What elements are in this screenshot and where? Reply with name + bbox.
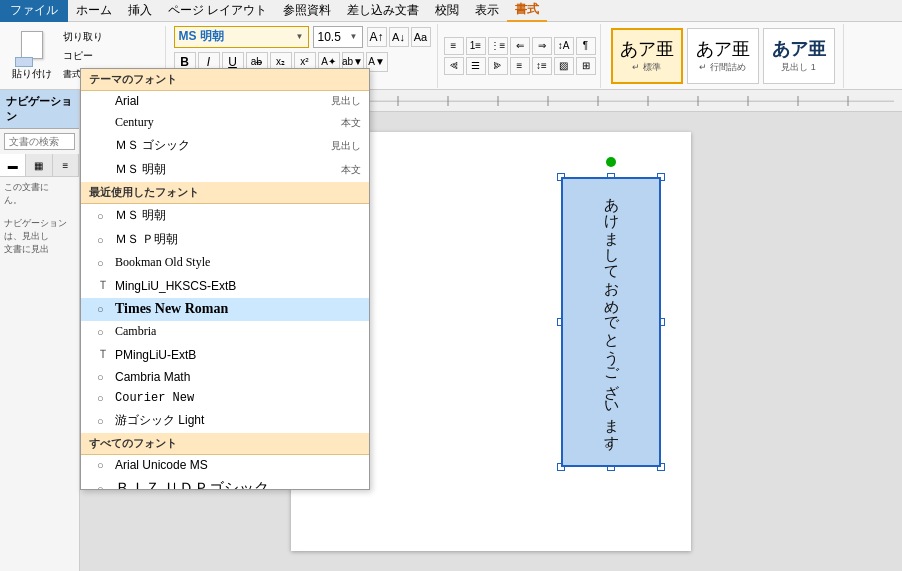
mailings-menu[interactable]: 差し込み文書 — [339, 0, 427, 22]
font-type-icon: ○ — [97, 392, 111, 404]
nav-tab-2[interactable]: ▦ — [26, 154, 52, 176]
nav-search — [0, 129, 79, 154]
decrease-font-button[interactable]: A↓ — [389, 27, 409, 47]
font-item-ms-gothic[interactable]: ＭＳ ゴシック 見出し — [81, 134, 369, 158]
font-item-mingliu[interactable]: Ｔ MingLiU_HKSCS-ExtB — [81, 274, 369, 298]
font-type-icon: ○ — [97, 459, 111, 471]
numbered-list-button[interactable]: 1≡ — [466, 37, 486, 55]
font-name-label: ＭＳ ゴシック — [115, 137, 190, 154]
font-size-selector[interactable]: 10.5 ▼ — [313, 26, 363, 48]
all-fonts-header: すべてのフォント — [81, 433, 369, 455]
copy-button[interactable]: コピー — [58, 47, 161, 65]
font-preview-label: 見出し — [331, 139, 361, 153]
font-item-ms-mincho-recent[interactable]: ○ ＭＳ 明朝 — [81, 204, 369, 228]
font-name-label: PMingLiU-ExtB — [115, 348, 196, 362]
font-item-cambria-math[interactable]: ○ Cambria Math — [81, 367, 369, 388]
font-type-icon: ○ — [97, 326, 111, 338]
nav-body: この文書にん。ナビゲーションは、見出し文書に見出 — [0, 177, 79, 260]
font-preview-label: 本文 — [341, 116, 361, 130]
font-size-controls: A↑ A↓ Aa — [367, 27, 431, 47]
style-standard-label: ↵ 標準 — [632, 61, 661, 74]
shading-button[interactable]: ▨ — [554, 57, 574, 75]
align-center-button[interactable]: ☰ — [466, 57, 486, 75]
references-menu[interactable]: 参照資料 — [275, 0, 339, 22]
cut-button[interactable]: 切り取り — [58, 28, 161, 46]
align-left-button[interactable]: ⫷ — [444, 57, 464, 75]
font-item-bookman[interactable]: ○ Bookman Old Style — [81, 252, 369, 274]
menubar: ファイル ホーム 挿入 ページ レイアウト 参照資料 差し込み文書 校閲 表示 … — [0, 0, 902, 22]
line-spacing-button[interactable]: ↕≡ — [532, 57, 552, 75]
style-heading1-text: あア亜 — [772, 37, 826, 61]
style-tight-label: ↵ 行間詰め — [699, 61, 746, 74]
format-menu[interactable]: 書式 — [507, 0, 547, 22]
styles-group: あア亜 ↵ 標準 あア亜 ↵ 行間詰め あア亜 見出し 1 — [603, 24, 844, 88]
style-standard[interactable]: あア亜 ↵ 標準 — [611, 28, 683, 84]
theme-fonts-header: テーマのフォント — [81, 69, 369, 91]
font-type-icon: ○ — [97, 257, 111, 269]
increase-font-button[interactable]: A↑ — [367, 27, 387, 47]
font-type-icon: Ｔ — [97, 277, 111, 294]
font-name-label: Century — [115, 115, 154, 130]
font-name-label: Cambria Math — [115, 370, 190, 384]
font-item-yu-gothic-light[interactable]: ○ 游ゴシック Light — [81, 409, 369, 433]
paste-button[interactable]: 貼り付け — [8, 30, 56, 82]
font-dd-scroll[interactable]: テーマのフォント Arial 見出し Century 本文 ＭＳ ゴ — [81, 69, 369, 489]
font-preview-label: 見出し — [331, 94, 361, 108]
nav-pane: ナビゲーション ▬ ▦ ≡ この文書にん。ナビゲーションは、見出し文書に見出 — [0, 90, 80, 571]
show-formatting-button[interactable]: ¶ — [576, 37, 596, 55]
font-name-label: ＭＳ Ｐ明朝 — [115, 231, 178, 248]
style-tight[interactable]: あア亜 ↵ 行間詰め — [687, 28, 759, 84]
font-name-label: ＭＳ 明朝 — [115, 207, 166, 224]
font-item-ms-pmincho[interactable]: ○ ＭＳ Ｐ明朝 — [81, 228, 369, 252]
font-name-label: Arial — [115, 94, 139, 108]
sort-button[interactable]: ↕A — [554, 37, 574, 55]
font-item-pmingliu[interactable]: Ｔ PMingLiU-ExtB — [81, 343, 369, 367]
font-name-label: Cambria — [115, 324, 156, 339]
nav-tab-3[interactable]: ≡ — [53, 154, 79, 176]
text-box[interactable]: あけましておめでとうございます。 — [561, 177, 661, 467]
increase-indent-button[interactable]: ⇒ — [532, 37, 552, 55]
text-box-content: あけましておめでとうございます。 — [602, 187, 621, 457]
nav-tabs: ▬ ▦ ≡ — [0, 154, 79, 177]
clear-format-button[interactable]: Aa — [411, 27, 431, 47]
font-dropdown-arrow: ▼ — [296, 32, 304, 41]
font-item-ms-mincho[interactable]: ＭＳ 明朝 本文 — [81, 158, 369, 182]
decrease-indent-button[interactable]: ⇐ — [510, 37, 530, 55]
file-menu[interactable]: ファイル — [0, 0, 68, 22]
font-name-selector[interactable]: MS 明朝 ▼ — [174, 26, 309, 48]
insert-menu[interactable]: 挿入 — [120, 0, 160, 22]
font-name-label: Times New Roman — [115, 301, 228, 317]
font-item-arial[interactable]: Arial 見出し — [81, 91, 369, 112]
font-item-century[interactable]: Century 本文 — [81, 112, 369, 134]
font-item-biz-udp-gothic[interactable]: ○ ＢＩＺ ＵＤＰゴシック — [81, 476, 369, 489]
rotate-handle[interactable] — [606, 157, 616, 167]
border-button[interactable]: ⊞ — [576, 57, 596, 75]
style-heading1-label: 見出し 1 — [781, 61, 816, 74]
font-type-icon: ○ — [97, 210, 111, 222]
font-item-cambria[interactable]: ○ Cambria — [81, 321, 369, 343]
font-type-icon: ○ — [97, 303, 111, 315]
justify-button[interactable]: ≡ — [510, 57, 530, 75]
view-menu[interactable]: 表示 — [467, 0, 507, 22]
multilevel-list-button[interactable]: ⋮≡ — [488, 37, 508, 55]
font-item-courier-new[interactable]: ○ Courier New — [81, 388, 369, 409]
align-right-button[interactable]: ⫸ — [488, 57, 508, 75]
font-type-icon: ○ — [97, 371, 111, 383]
list-button[interactable]: ≡ — [444, 37, 464, 55]
paste-label: 貼り付け — [12, 67, 52, 81]
nav-body-text: この文書にん。ナビゲーションは、見出し文書に見出 — [4, 181, 75, 256]
font-name-label: 游ゴシック Light — [115, 412, 204, 429]
size-arrow-icon: ▼ — [350, 32, 358, 41]
font-preview-label: 本文 — [341, 163, 361, 177]
home-menu[interactable]: ホーム — [68, 0, 120, 22]
font-item-times-new-roman[interactable]: ○ Times New Roman — [81, 298, 369, 321]
review-menu[interactable]: 校閲 — [427, 0, 467, 22]
search-input[interactable] — [4, 133, 75, 150]
nav-tab-1[interactable]: ▬ — [0, 154, 26, 176]
font-item-arial-unicode[interactable]: ○ Arial Unicode MS — [81, 455, 369, 476]
page-layout-menu[interactable]: ページ レイアウト — [160, 0, 275, 22]
text-box-container[interactable]: あけましておめでとうございます。 — [561, 177, 661, 467]
font-name-label: Courier New — [115, 391, 194, 405]
paste-icon — [15, 31, 49, 67]
style-heading1[interactable]: あア亜 見出し 1 — [763, 28, 835, 84]
